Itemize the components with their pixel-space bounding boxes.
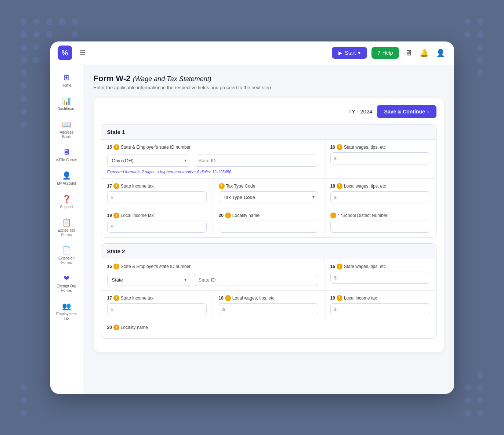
state2-field15-info-icon[interactable]: i: [113, 264, 119, 269]
sidebar-label-address-book: Address Book: [55, 130, 78, 139]
state2-field18-input[interactable]: [219, 303, 318, 315]
state1-field18-input[interactable]: [330, 191, 430, 203]
state1-row17-18: 17 i State income tax $: [101, 179, 436, 208]
dropdown-icon: ▾: [358, 50, 360, 56]
sidebar-item-address-book[interactable]: 📖 Address Book: [52, 116, 81, 143]
state1-school-district-cell: i **School District Number: [324, 208, 436, 237]
state2-field19-info-icon[interactable]: i: [337, 295, 342, 301]
state1-field20-input[interactable]: [219, 221, 318, 233]
sidebar-item-home[interactable]: ⊞ Home: [52, 69, 81, 91]
state1-state-select[interactable]: Ohio (OH): [107, 155, 190, 167]
state2-state-id-input[interactable]: [194, 274, 318, 286]
sidebar-label-employment-tax: Employment Tax: [55, 312, 78, 321]
field15-info-icon[interactable]: i: [113, 144, 119, 150]
logo: %: [58, 46, 72, 60]
state1-row15-inner: Ohio (OH) ▾: [107, 155, 318, 167]
sidebar-label-home: Home: [62, 83, 72, 88]
school-district-info-icon[interactable]: i: [330, 213, 336, 218]
state1-field19-label: 19 i Local income tax: [107, 213, 207, 218]
state1-taxtype-select[interactable]: Tax Type Code: [219, 191, 318, 203]
sidebar-item-employment-tax[interactable]: 👥 Employment Tax: [52, 298, 81, 325]
state2-field16-cell: 16 i State wages, tips, etc $: [324, 259, 436, 290]
page-subtitle: Enter the applicable information in the …: [94, 85, 444, 90]
state1-state-select-wrapper: Ohio (OH) ▾: [107, 155, 190, 167]
ty-row: TY - 2024 Save & Continue ›: [101, 105, 436, 118]
state2-field19-cell: 19 i Local income tax $: [324, 291, 436, 320]
address-book-icon: 📖: [62, 120, 71, 129]
state2-field17-input-wrapper: $: [107, 303, 207, 315]
extension-icon: 📄: [62, 246, 71, 255]
state1-field19-input[interactable]: [107, 221, 207, 233]
field17-info-icon[interactable]: i: [113, 183, 119, 189]
state1-field16-input[interactable]: [330, 152, 430, 164]
help-button[interactable]: ? Help: [371, 47, 399, 59]
support-icon: ❓: [62, 195, 71, 203]
state1-field20-cell: 20 i Locality name: [213, 208, 324, 237]
state2-field16-input-wrapper: $: [330, 272, 430, 284]
state2-field16-input[interactable]: [330, 272, 430, 284]
sidebar-item-excise-tax-forms[interactable]: 📋 Excise Tax Forms: [52, 214, 81, 241]
state2-field16-info-icon[interactable]: i: [337, 264, 342, 269]
sidebar-item-efile-center[interactable]: 🖥 e-File Center: [52, 144, 81, 166]
state2-field17-info-icon[interactable]: i: [113, 295, 119, 301]
state1-field16-cell: 16 i State wages, tips, etc $: [324, 140, 436, 178]
state2-field19-input[interactable]: [330, 303, 430, 315]
state2-field20-cell: 20 i Locality name: [101, 320, 436, 338]
save-continue-button[interactable]: Save & Continue ›: [377, 105, 436, 118]
home-icon: ⊞: [64, 73, 70, 82]
state2-field20-info-icon[interactable]: i: [113, 325, 119, 330]
field20-info-icon[interactable]: i: [225, 213, 231, 218]
dashboard-icon: 📊: [62, 97, 71, 105]
state2-field20-label: 20 i Locality name: [107, 325, 430, 330]
sidebar-item-my-account[interactable]: 👤 My Account: [52, 167, 81, 189]
main-layout: ⊞ Home 📊 Dashboard 📖 Address Book 🖥 e-Fi…: [50, 65, 454, 394]
sidebar: ⊞ Home 📊 Dashboard 📖 Address Book 🖥 e-Fi…: [50, 65, 83, 394]
field16-info-icon[interactable]: i: [337, 144, 342, 150]
state2-section: State 2 15 i State & Employer's state ID…: [101, 243, 436, 339]
state2-state-select-wrapper: State ▾: [107, 274, 190, 286]
user-button[interactable]: 👤: [435, 47, 447, 59]
sidebar-label-my-account: My Account: [57, 181, 76, 186]
taxtype-info-icon[interactable]: i: [219, 183, 225, 189]
state1-school-district-label: i **School District Number: [330, 213, 430, 218]
employment-tax-icon: 👥: [62, 302, 71, 311]
state2-state-select[interactable]: State: [107, 274, 190, 286]
state2-row15-inner: State ▾: [107, 274, 318, 286]
sidebar-label-extension-forms: Extension Forms: [55, 256, 78, 265]
top-bar: % ☰ ▶ Start ▾ ? Help 🖥 🔔 👤: [50, 41, 454, 65]
state2-field19-input-wrapper: $: [330, 303, 430, 315]
page-title: Form W-2 (Wage and Tax Statement): [94, 74, 444, 83]
state2-field16-label: 16 i State wages, tips, etc: [330, 264, 430, 269]
hamburger-button[interactable]: ☰: [80, 49, 86, 57]
state1-field15-label: 15 i State & Employer's state ID number: [107, 144, 318, 150]
state1-school-district-input[interactable]: [330, 221, 430, 233]
sidebar-item-extension-forms[interactable]: 📄 Extension Forms: [52, 242, 81, 269]
state1-field18-cell: 18 i Local wages, tips, etc $: [324, 179, 436, 208]
start-icon: ▶: [338, 50, 342, 56]
state1-field16-label: 16 i State wages, tips, etc: [330, 144, 430, 150]
state2-field19-label: 19 i Local income tax: [330, 295, 430, 301]
sidebar-item-dashboard[interactable]: 📊 Dashboard: [52, 93, 81, 115]
state2-field15-cell: 15 i State & Employer's state ID number …: [101, 259, 324, 290]
state1-section: State 1 15 i State & Employer's state ID…: [101, 124, 436, 238]
state2-row20: 20 i Locality name: [101, 320, 436, 338]
state2-field18-info-icon[interactable]: i: [225, 295, 231, 301]
state2-row17-19: 17 i State income tax $: [101, 291, 436, 320]
state1-field17-cell: 17 i State income tax $: [101, 179, 213, 208]
state1-field17-input-wrapper: $: [107, 191, 207, 203]
state1-field17-input[interactable]: [107, 191, 207, 203]
state2-field17-input[interactable]: [107, 303, 207, 315]
account-icon: 👤: [62, 171, 71, 180]
field18-info-icon[interactable]: i: [337, 183, 342, 189]
field19-info-icon[interactable]: i: [113, 213, 119, 218]
bell-button[interactable]: 🔔: [418, 47, 430, 59]
camera-button[interactable]: 🖥: [403, 47, 414, 59]
start-button[interactable]: ▶ Start ▾: [332, 47, 367, 59]
sidebar-item-exempt-org-forms[interactable]: ❤ Exempt Org Forms: [52, 270, 81, 297]
state1-field17-label: 17 i State income tax: [107, 183, 207, 189]
state1-state-id-input[interactable]: [194, 155, 318, 167]
state1-row15-16: 15 i State & Employer's state ID number …: [101, 140, 436, 179]
sidebar-item-support[interactable]: ❓ Support: [52, 191, 81, 213]
sidebar-label-dashboard: Dashboard: [58, 107, 76, 111]
state1-hint-text: Expected format is 2 digits, a hyphen an…: [107, 170, 318, 174]
